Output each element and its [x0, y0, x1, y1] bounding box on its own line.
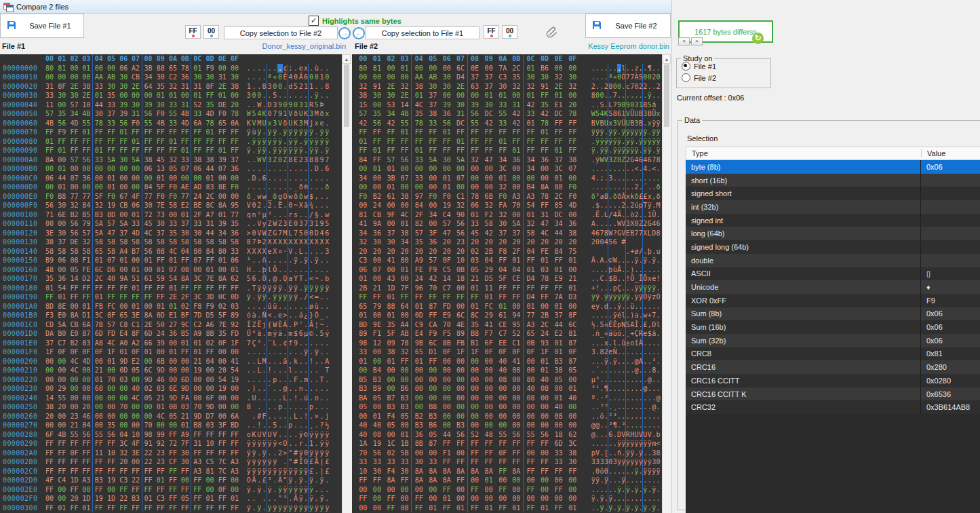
ascii-char[interactable]: . — [314, 467, 319, 476]
ascii-char[interactable]: @ — [656, 394, 660, 403]
hex-byte[interactable]: FF — [510, 137, 524, 147]
ascii-char[interactable]: . — [324, 320, 330, 330]
hex-byte[interactable]: 8F — [105, 311, 117, 320]
hex-byte[interactable]: 01 — [105, 174, 117, 183]
hex-byte[interactable]: 34 — [216, 229, 229, 238]
hex-byte[interactable]: 92 — [155, 439, 167, 449]
ascii-char[interactable]: . — [304, 302, 309, 311]
hex-byte[interactable]: 10 — [454, 256, 468, 265]
hex-byte[interactable]: 00 — [56, 357, 68, 366]
ascii-char[interactable]: ÿ — [309, 284, 314, 293]
ascii-char[interactable]: Þ — [319, 100, 325, 110]
hex-byte[interactable]: 1A — [356, 439, 370, 449]
ascii-char[interactable]: 1 — [309, 439, 314, 449]
hex-byte[interactable]: 80 — [43, 64, 56, 73]
hex-byte[interactable]: 56 — [142, 247, 155, 256]
hex-byte[interactable]: A3 — [229, 457, 241, 467]
hex-byte[interactable]: 00 — [229, 347, 241, 357]
hex-byte[interactable]: 00 — [68, 164, 80, 174]
hex-byte[interactable]: 77 — [81, 192, 93, 202]
hex-byte[interactable]: 00 — [56, 100, 68, 110]
hex-byte[interactable]: 04 — [203, 357, 216, 366]
ascii-char[interactable]: . — [656, 402, 660, 412]
hex-byte[interactable]: 00 — [510, 402, 524, 412]
hex-byte[interactable]: 30 — [566, 457, 580, 467]
ascii-char[interactable]: ÿ — [309, 146, 314, 155]
ascii-char[interactable]: . — [319, 402, 325, 412]
hex-byte[interactable]: A2 — [130, 64, 142, 73]
hex-byte[interactable]: 01 — [93, 256, 105, 265]
hex-byte[interactable]: 33 — [551, 457, 566, 467]
ascii-char[interactable]: @ — [272, 274, 277, 284]
ascii-char[interactable]: . — [298, 402, 304, 412]
hex-byte[interactable]: 00 — [370, 274, 385, 284]
ascii-char[interactable]: s — [293, 210, 298, 220]
ascii-char[interactable]: ! — [293, 394, 298, 403]
hex-byte[interactable]: 00 — [496, 494, 510, 504]
hex-byte[interactable]: 0F — [496, 347, 510, 357]
hex-byte[interactable]: 6F — [43, 430, 56, 440]
ascii-char[interactable]: ÿ — [298, 128, 304, 137]
hex-byte[interactable]: C5 — [203, 457, 216, 467]
hex-byte[interactable]: 00 — [551, 64, 566, 73]
next-diff-button[interactable]: > — [691, 37, 703, 45]
hex-byte[interactable]: B9 — [43, 256, 56, 265]
hex-byte[interactable]: 08 — [370, 430, 385, 440]
ascii-char[interactable]: 5 — [314, 100, 319, 110]
hex-byte[interactable]: 3E — [43, 229, 56, 238]
hex-byte[interactable]: F8 — [496, 247, 510, 256]
ascii-char[interactable]: ÿ — [298, 146, 304, 155]
hex-byte[interactable]: FF — [454, 457, 468, 467]
hex-byte[interactable]: 39 — [468, 100, 482, 110]
hex-byte[interactable]: 00 — [454, 384, 468, 394]
ascii-char[interactable]: ÿ — [288, 504, 294, 513]
hex-byte[interactable]: 07 — [216, 164, 229, 174]
hex-byte[interactable]: 4B — [155, 119, 167, 128]
ascii-char[interactable]: . — [267, 292, 273, 302]
ascii-char[interactable]: . — [272, 384, 277, 394]
hex-byte[interactable]: 29 — [482, 265, 496, 275]
hex-byte[interactable]: 01 — [81, 302, 93, 311]
hex-byte[interactable]: 01 — [440, 128, 454, 137]
hex-byte[interactable]: 30 — [482, 100, 496, 110]
hex-byte[interactable]: 56 — [454, 219, 468, 229]
ascii-char[interactable]: 9 — [277, 109, 283, 119]
ascii-char[interactable]: . — [656, 412, 660, 421]
ascii-char[interactable]: ù — [314, 64, 319, 73]
hex-byte[interactable]: 58 — [43, 247, 56, 256]
hex-byte[interactable]: 00 — [426, 485, 440, 495]
hex-byte[interactable]: 83 — [81, 339, 93, 348]
hex-byte[interactable]: 06 — [229, 256, 241, 265]
ascii-char[interactable]: ÿ — [656, 137, 660, 147]
hex-byte[interactable]: 39 — [440, 100, 454, 110]
hex-byte[interactable]: 00 — [510, 302, 524, 311]
hex-byte[interactable]: 01 — [155, 402, 167, 412]
hex-byte[interactable]: 32 — [496, 183, 510, 192]
hex-byte[interactable]: D6 — [105, 265, 117, 275]
hex-byte[interactable]: F8 — [191, 302, 203, 311]
hex-byte[interactable]: 01 — [412, 357, 426, 366]
ascii-char[interactable]: £ — [262, 476, 267, 485]
hex-byte[interactable]: 00 — [370, 504, 385, 513]
ascii-char[interactable]: . — [319, 164, 325, 174]
type-column-header[interactable]: Type — [686, 149, 922, 157]
hex-byte[interactable]: 0F — [216, 339, 229, 348]
hex-byte[interactable]: DC — [454, 119, 468, 128]
hex-byte[interactable]: 35 — [167, 229, 179, 238]
hex-byte[interactable]: FC — [105, 302, 117, 311]
hex-byte[interactable]: 33 — [370, 457, 385, 467]
hex-byte[interactable]: 02 — [142, 384, 155, 394]
hex-byte[interactable]: 00 — [68, 375, 80, 385]
ascii-char[interactable]: M — [262, 357, 267, 366]
hex-byte[interactable]: 14 — [398, 100, 412, 110]
hex-byte[interactable]: 18 — [551, 430, 566, 440]
ascii-char[interactable]: e — [298, 64, 304, 73]
hex-byte[interactable]: 6C — [93, 265, 105, 275]
hex-byte[interactable]: DA — [43, 329, 56, 339]
hex-byte[interactable]: FF — [510, 439, 524, 449]
hex-byte[interactable]: 8E — [216, 183, 229, 192]
hex-byte[interactable]: 37 — [384, 229, 398, 238]
ascii-char[interactable]: ÿ — [262, 137, 267, 147]
hex-byte[interactable]: 01 — [56, 164, 68, 174]
hex-byte[interactable]: 01 — [130, 137, 142, 147]
